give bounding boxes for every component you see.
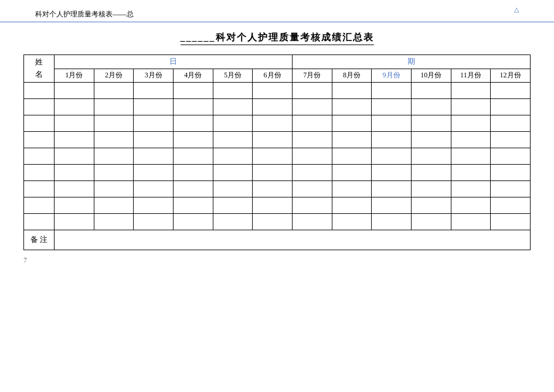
- name-bottom-char: 名: [25, 69, 53, 81]
- month-4: 4月份: [173, 69, 213, 82]
- name-cell: [24, 148, 55, 164]
- page-indicator: △: [514, 6, 519, 13]
- remarks-label: 备 注: [24, 230, 55, 250]
- month-8: 8月份: [332, 69, 372, 82]
- name-cell: [24, 180, 55, 197]
- name-cell: [24, 98, 55, 115]
- table-row: [24, 213, 531, 230]
- name-top-char: 姓: [25, 56, 53, 69]
- main-table: 姓 名 日 期 1月份 2月份 3月份 4月份 5月份 6月份: [23, 54, 531, 250]
- remarks-content: [55, 230, 531, 250]
- month-9: 9月份: [372, 69, 412, 82]
- table-row: [24, 164, 531, 180]
- table-row: [24, 148, 531, 164]
- table-row: [24, 98, 531, 115]
- table-row: [24, 180, 531, 197]
- name-cell: [24, 115, 55, 131]
- title-prefix: ______: [181, 32, 216, 42]
- month-7: 7月份: [292, 69, 332, 82]
- table-wrapper: 姓 名 日 期 1月份 2月份 3月份 4月份 5月份 6月份: [23, 54, 531, 250]
- month-10: 10月份: [411, 69, 451, 82]
- period-header: 期: [292, 55, 530, 69]
- name-cell: [24, 164, 55, 180]
- table-row: [24, 197, 531, 213]
- table-row: [24, 115, 531, 131]
- name-cell: [24, 197, 55, 213]
- name-cell: [24, 213, 55, 230]
- name-cell: [24, 82, 55, 98]
- page-number: 7: [0, 256, 554, 265]
- month-12: 12月份: [491, 69, 531, 82]
- header-row-2: 1月份 2月份 3月份 4月份 5月份 6月份 7月份 8月份 9月份 10月份…: [24, 69, 531, 82]
- main-title: ______科对个人护理质量考核成绩汇总表: [23, 32, 531, 45]
- name-header: 姓 名: [24, 55, 55, 83]
- remarks-row: 备 注: [24, 230, 531, 250]
- breadcrumb-text: 科对个人护理质量考核表——总: [35, 9, 134, 19]
- day-header: 日: [55, 55, 293, 69]
- breadcrumb-bar: 科对个人护理质量考核表——总 △: [0, 6, 554, 22]
- page: 科对个人护理质量考核表——总 △ ______科对个人护理质量考核成绩汇总表 姓…: [0, 0, 554, 392]
- month-5: 5月份: [213, 69, 253, 82]
- header-row-1: 姓 名 日 期: [24, 55, 531, 69]
- month-6: 6月份: [253, 69, 293, 82]
- content-area: ______科对个人护理质量考核成绩汇总表 姓 名 日 期: [0, 32, 554, 250]
- month-3: 3月份: [134, 69, 174, 82]
- month-2: 2月份: [94, 69, 134, 82]
- title-text: 科对个人护理质量考核成绩汇总表: [216, 32, 374, 42]
- table-row: [24, 82, 531, 98]
- title-underline: ______科对个人护理质量考核成绩汇总表: [181, 32, 374, 45]
- month-1: 1月份: [55, 69, 94, 82]
- month-11: 11月份: [451, 69, 491, 82]
- table-row: [24, 131, 531, 148]
- name-cell: [24, 131, 55, 148]
